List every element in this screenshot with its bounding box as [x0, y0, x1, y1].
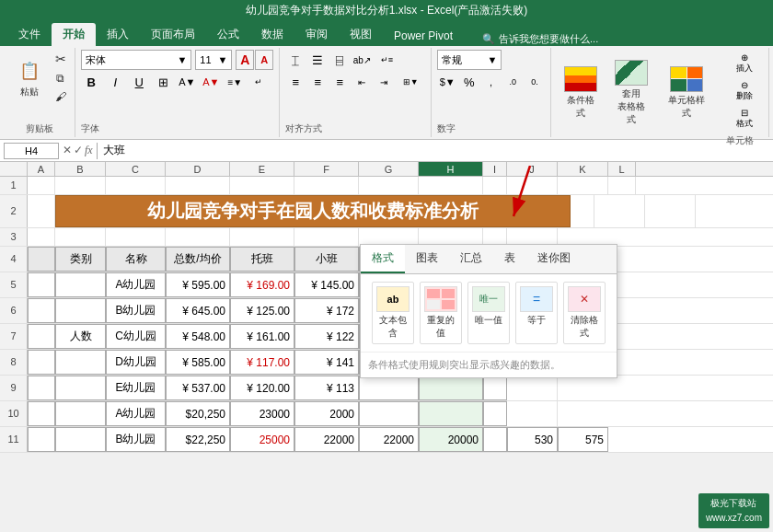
- align-middle-button[interactable]: ☰: [307, 50, 328, 70]
- cell-b4[interactable]: 类别: [55, 247, 106, 272]
- merge-center-button[interactable]: ≡▼: [225, 72, 245, 92]
- font-color-button[interactable]: A▼: [201, 72, 221, 92]
- qa-item-equal[interactable]: = 等于: [515, 282, 558, 344]
- cell-b8[interactable]: [55, 350, 106, 375]
- cell-d11[interactable]: $22,250: [166, 427, 230, 452]
- font-decrease-button[interactable]: A: [255, 50, 273, 70]
- cell-f11[interactable]: 22000: [294, 427, 359, 452]
- cell-b7[interactable]: 人数: [55, 324, 106, 349]
- qa-tab-chart[interactable]: 图表: [405, 245, 449, 273]
- cell-f3[interactable]: [294, 228, 359, 246]
- copy-button[interactable]: ⧉: [52, 70, 70, 87]
- col-header-a[interactable]: A: [28, 162, 55, 176]
- cell-c9[interactable]: E幼儿园: [106, 376, 166, 400]
- cell-f5[interactable]: ¥ 145.00: [294, 272, 359, 297]
- cell-reference-input[interactable]: [4, 143, 59, 159]
- qa-tab-table[interactable]: 表: [493, 245, 526, 273]
- cell-h11[interactable]: 20000: [419, 427, 483, 452]
- cell-j9[interactable]: [507, 376, 558, 400]
- col-header-j[interactable]: J: [507, 162, 558, 176]
- cell-a4[interactable]: [28, 247, 55, 272]
- cell-b3[interactable]: [55, 228, 106, 246]
- cell-c6[interactable]: B幼儿园: [106, 298, 166, 323]
- col-header-l[interactable]: L: [608, 162, 636, 176]
- cell-i9[interactable]: [483, 376, 507, 400]
- qa-tab-format[interactable]: 格式: [361, 245, 405, 273]
- cell-j11[interactable]: 530: [507, 427, 558, 452]
- cell-e8[interactable]: ¥ 117.00: [230, 350, 294, 375]
- qa-item-repeat[interactable]: 重复的值: [420, 282, 462, 344]
- cell-b6[interactable]: [55, 298, 106, 323]
- cell-c3[interactable]: [106, 228, 166, 246]
- cell-j10[interactable]: [507, 401, 558, 426]
- cell-b11[interactable]: [55, 427, 106, 452]
- tab-file[interactable]: 文件: [7, 23, 52, 46]
- cell-c5[interactable]: A幼儿园: [106, 272, 166, 297]
- cell-a10[interactable]: [28, 401, 55, 426]
- font-size-input[interactable]: 11 ▼: [195, 50, 232, 70]
- cell-b9[interactable]: [55, 376, 106, 400]
- number-format-dropdown[interactable]: 常规 ▼: [437, 50, 502, 70]
- delete-cells-button[interactable]: ⊖删除: [726, 77, 763, 105]
- table-style-button[interactable]: 套用表格格式: [607, 58, 654, 128]
- cell-d7[interactable]: ¥ 548.00: [166, 324, 230, 349]
- qa-tab-sparkline[interactable]: 迷你图: [526, 245, 582, 273]
- border-button[interactable]: ⊞: [153, 72, 173, 92]
- cell-c1[interactable]: [106, 177, 166, 194]
- align-bottom-button[interactable]: ⌸: [329, 50, 350, 70]
- cell-a11[interactable]: [28, 427, 55, 452]
- cell-d4[interactable]: 总数/均价: [166, 247, 230, 272]
- cell-k11[interactable]: 575: [558, 427, 608, 452]
- tab-view[interactable]: 视图: [339, 23, 383, 46]
- format-painter-button[interactable]: 🖌: [52, 88, 70, 105]
- cell-c10[interactable]: A幼儿园: [106, 401, 166, 426]
- cell-e7[interactable]: ¥ 161.00: [230, 324, 294, 349]
- cell-i1[interactable]: [483, 177, 507, 194]
- insert-function-icon[interactable]: fx: [85, 144, 93, 157]
- col-header-i[interactable]: I: [483, 162, 507, 176]
- tab-data[interactable]: 数据: [250, 23, 294, 46]
- conditional-format-button[interactable]: 条件格式: [557, 64, 604, 121]
- cancel-formula-icon[interactable]: ✕: [63, 144, 72, 157]
- cell-e1[interactable]: [230, 177, 294, 194]
- tell-me-box[interactable]: 🔍告诉我您想要做什么...: [482, 32, 598, 46]
- cell-f9[interactable]: ¥ 113: [294, 376, 359, 400]
- qa-tab-summary[interactable]: 汇总: [449, 245, 493, 273]
- fill-color-button[interactable]: A▼: [177, 72, 197, 92]
- cell-f7[interactable]: ¥ 122: [294, 324, 359, 349]
- orientation-button[interactable]: ab↗: [352, 50, 372, 70]
- tab-home[interactable]: 开始: [52, 23, 96, 46]
- cut-button[interactable]: ✂: [52, 50, 70, 68]
- col-header-e[interactable]: E: [230, 162, 294, 176]
- cell-g11[interactable]: 22000: [359, 427, 419, 452]
- cell-k1[interactable]: [558, 177, 608, 194]
- cell-d8[interactable]: ¥ 585.00: [166, 350, 230, 375]
- cell-e4[interactable]: 托班: [230, 247, 294, 272]
- tab-power-pivot[interactable]: Power Pivot: [383, 26, 464, 46]
- cell-a6[interactable]: [28, 298, 55, 323]
- cell-style-button[interactable]: 单元格样式: [659, 64, 715, 121]
- wrap-text-button2[interactable]: ↵≡: [374, 50, 399, 70]
- cell-e3[interactable]: [230, 228, 294, 246]
- cell-j2[interactable]: [594, 195, 645, 227]
- decrease-decimal-button[interactable]: 0.: [525, 72, 545, 92]
- cell-d5[interactable]: ¥ 595.00: [166, 272, 230, 297]
- italic-button[interactable]: I: [105, 72, 125, 92]
- increase-indent-button[interactable]: ⇥: [374, 72, 394, 92]
- col-header-g[interactable]: G: [359, 162, 419, 176]
- currency-button[interactable]: $▼: [437, 72, 457, 92]
- cell-i10[interactable]: [483, 401, 507, 426]
- cell-j1[interactable]: [507, 177, 558, 194]
- cell-e11[interactable]: 25000: [230, 427, 294, 452]
- align-right-button[interactable]: ≡: [329, 72, 350, 92]
- cell-i2[interactable]: [571, 195, 594, 227]
- cell-a3[interactable]: [28, 228, 55, 246]
- align-left-button[interactable]: ≡: [285, 72, 306, 92]
- align-top-button[interactable]: ⌶: [285, 50, 306, 70]
- cell-d1[interactable]: [166, 177, 230, 194]
- comma-button[interactable]: ,: [481, 72, 502, 92]
- qa-item-text-contain[interactable]: ab 文本包含: [372, 282, 414, 344]
- col-header-c[interactable]: C: [106, 162, 166, 176]
- cell-f4[interactable]: 小班: [294, 247, 359, 272]
- tab-insert[interactable]: 插入: [96, 23, 140, 46]
